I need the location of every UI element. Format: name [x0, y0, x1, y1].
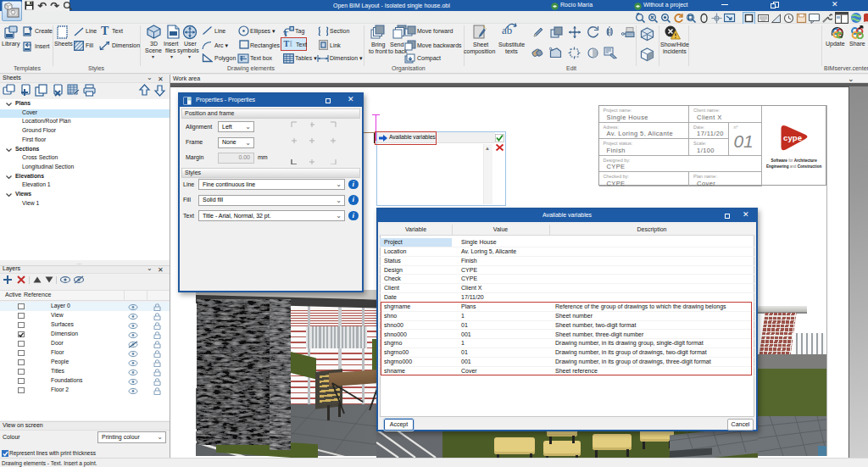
- svg-text:cype: cype: [783, 133, 802, 142]
- svg-text:T: T: [283, 30, 288, 36]
